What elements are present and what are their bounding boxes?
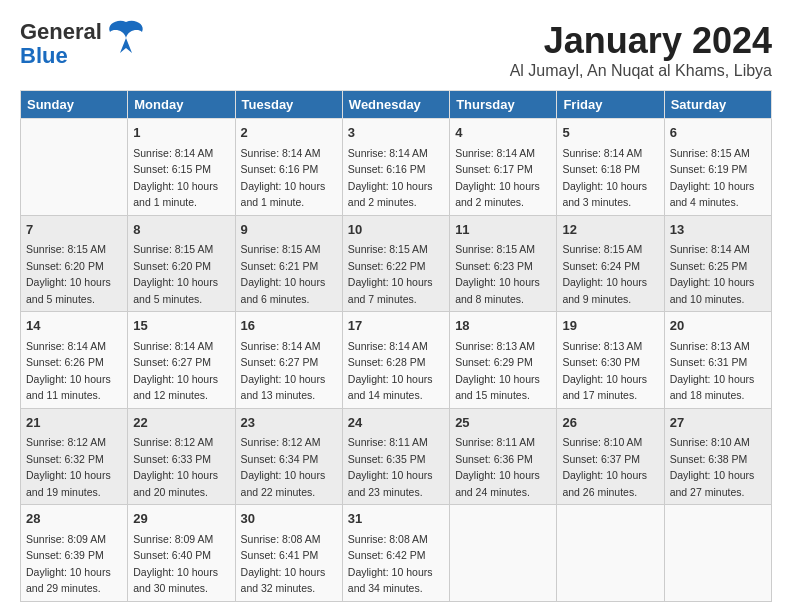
day-info: Sunrise: 8:14 AMSunset: 6:18 PMDaylight:… (562, 147, 647, 209)
title-block: January 2024 Al Jumayl, An Nuqat al Kham… (510, 20, 772, 80)
day-cell: 19Sunrise: 8:13 AMSunset: 6:30 PMDayligh… (557, 312, 664, 409)
day-info: Sunrise: 8:08 AMSunset: 6:41 PMDaylight:… (241, 533, 326, 595)
day-cell: 16Sunrise: 8:14 AMSunset: 6:27 PMDayligh… (235, 312, 342, 409)
day-info: Sunrise: 8:15 AMSunset: 6:21 PMDaylight:… (241, 243, 326, 305)
day-cell: 29Sunrise: 8:09 AMSunset: 6:40 PMDayligh… (128, 505, 235, 602)
day-cell: 25Sunrise: 8:11 AMSunset: 6:36 PMDayligh… (450, 408, 557, 505)
day-cell: 4Sunrise: 8:14 AMSunset: 6:17 PMDaylight… (450, 119, 557, 216)
day-info: Sunrise: 8:13 AMSunset: 6:29 PMDaylight:… (455, 340, 540, 402)
day-number: 3 (348, 123, 444, 143)
day-cell: 1Sunrise: 8:14 AMSunset: 6:15 PMDaylight… (128, 119, 235, 216)
day-number: 8 (133, 220, 229, 240)
week-row-3: 14Sunrise: 8:14 AMSunset: 6:26 PMDayligh… (21, 312, 772, 409)
day-info: Sunrise: 8:13 AMSunset: 6:31 PMDaylight:… (670, 340, 755, 402)
day-cell (664, 505, 771, 602)
day-info: Sunrise: 8:13 AMSunset: 6:30 PMDaylight:… (562, 340, 647, 402)
day-cell (21, 119, 128, 216)
day-cell: 9Sunrise: 8:15 AMSunset: 6:21 PMDaylight… (235, 215, 342, 312)
day-info: Sunrise: 8:14 AMSunset: 6:16 PMDaylight:… (348, 147, 433, 209)
day-number: 7 (26, 220, 122, 240)
month-title: January 2024 (510, 20, 772, 62)
day-cell: 8Sunrise: 8:15 AMSunset: 6:20 PMDaylight… (128, 215, 235, 312)
header-cell-tuesday: Tuesday (235, 91, 342, 119)
day-number: 14 (26, 316, 122, 336)
day-cell: 31Sunrise: 8:08 AMSunset: 6:42 PMDayligh… (342, 505, 449, 602)
day-number: 2 (241, 123, 337, 143)
day-info: Sunrise: 8:14 AMSunset: 6:25 PMDaylight:… (670, 243, 755, 305)
day-cell: 23Sunrise: 8:12 AMSunset: 6:34 PMDayligh… (235, 408, 342, 505)
day-number: 20 (670, 316, 766, 336)
day-cell: 10Sunrise: 8:15 AMSunset: 6:22 PMDayligh… (342, 215, 449, 312)
day-info: Sunrise: 8:15 AMSunset: 6:20 PMDaylight:… (133, 243, 218, 305)
day-info: Sunrise: 8:11 AMSunset: 6:35 PMDaylight:… (348, 436, 433, 498)
logo-bird-icon (106, 18, 146, 63)
day-number: 19 (562, 316, 658, 336)
day-cell: 28Sunrise: 8:09 AMSunset: 6:39 PMDayligh… (21, 505, 128, 602)
day-info: Sunrise: 8:14 AMSunset: 6:15 PMDaylight:… (133, 147, 218, 209)
day-info: Sunrise: 8:11 AMSunset: 6:36 PMDaylight:… (455, 436, 540, 498)
week-row-4: 21Sunrise: 8:12 AMSunset: 6:32 PMDayligh… (21, 408, 772, 505)
day-info: Sunrise: 8:10 AMSunset: 6:37 PMDaylight:… (562, 436, 647, 498)
day-cell: 22Sunrise: 8:12 AMSunset: 6:33 PMDayligh… (128, 408, 235, 505)
day-number: 21 (26, 413, 122, 433)
header-cell-monday: Monday (128, 91, 235, 119)
day-cell: 6Sunrise: 8:15 AMSunset: 6:19 PMDaylight… (664, 119, 771, 216)
week-row-5: 28Sunrise: 8:09 AMSunset: 6:39 PMDayligh… (21, 505, 772, 602)
day-info: Sunrise: 8:12 AMSunset: 6:34 PMDaylight:… (241, 436, 326, 498)
day-info: Sunrise: 8:08 AMSunset: 6:42 PMDaylight:… (348, 533, 433, 595)
day-cell (450, 505, 557, 602)
day-number: 6 (670, 123, 766, 143)
day-info: Sunrise: 8:14 AMSunset: 6:17 PMDaylight:… (455, 147, 540, 209)
header-cell-wednesday: Wednesday (342, 91, 449, 119)
day-number: 31 (348, 509, 444, 529)
day-info: Sunrise: 8:12 AMSunset: 6:33 PMDaylight:… (133, 436, 218, 498)
day-cell: 20Sunrise: 8:13 AMSunset: 6:31 PMDayligh… (664, 312, 771, 409)
day-number: 17 (348, 316, 444, 336)
logo: General Blue (20, 20, 146, 68)
day-info: Sunrise: 8:15 AMSunset: 6:20 PMDaylight:… (26, 243, 111, 305)
day-number: 13 (670, 220, 766, 240)
day-number: 28 (26, 509, 122, 529)
day-info: Sunrise: 8:12 AMSunset: 6:32 PMDaylight:… (26, 436, 111, 498)
day-info: Sunrise: 8:14 AMSunset: 6:28 PMDaylight:… (348, 340, 433, 402)
day-cell: 7Sunrise: 8:15 AMSunset: 6:20 PMDaylight… (21, 215, 128, 312)
week-row-1: 1Sunrise: 8:14 AMSunset: 6:15 PMDaylight… (21, 119, 772, 216)
day-cell: 24Sunrise: 8:11 AMSunset: 6:35 PMDayligh… (342, 408, 449, 505)
day-cell: 30Sunrise: 8:08 AMSunset: 6:41 PMDayligh… (235, 505, 342, 602)
day-info: Sunrise: 8:15 AMSunset: 6:19 PMDaylight:… (670, 147, 755, 209)
day-number: 12 (562, 220, 658, 240)
day-number: 30 (241, 509, 337, 529)
day-number: 5 (562, 123, 658, 143)
logo-blue: Blue (20, 44, 102, 68)
day-number: 25 (455, 413, 551, 433)
day-number: 27 (670, 413, 766, 433)
day-info: Sunrise: 8:14 AMSunset: 6:16 PMDaylight:… (241, 147, 326, 209)
day-number: 24 (348, 413, 444, 433)
day-number: 29 (133, 509, 229, 529)
day-cell: 2Sunrise: 8:14 AMSunset: 6:16 PMDaylight… (235, 119, 342, 216)
day-info: Sunrise: 8:14 AMSunset: 6:26 PMDaylight:… (26, 340, 111, 402)
day-number: 16 (241, 316, 337, 336)
day-info: Sunrise: 8:14 AMSunset: 6:27 PMDaylight:… (241, 340, 326, 402)
day-info: Sunrise: 8:15 AMSunset: 6:22 PMDaylight:… (348, 243, 433, 305)
day-cell (557, 505, 664, 602)
day-info: Sunrise: 8:15 AMSunset: 6:24 PMDaylight:… (562, 243, 647, 305)
week-row-2: 7Sunrise: 8:15 AMSunset: 6:20 PMDaylight… (21, 215, 772, 312)
day-cell: 15Sunrise: 8:14 AMSunset: 6:27 PMDayligh… (128, 312, 235, 409)
day-number: 18 (455, 316, 551, 336)
day-cell: 11Sunrise: 8:15 AMSunset: 6:23 PMDayligh… (450, 215, 557, 312)
day-cell: 12Sunrise: 8:15 AMSunset: 6:24 PMDayligh… (557, 215, 664, 312)
day-number: 9 (241, 220, 337, 240)
day-number: 11 (455, 220, 551, 240)
header-cell-friday: Friday (557, 91, 664, 119)
page-header: General Blue January 2024 Al Jumayl, An … (20, 20, 772, 80)
day-info: Sunrise: 8:14 AMSunset: 6:27 PMDaylight:… (133, 340, 218, 402)
day-number: 1 (133, 123, 229, 143)
day-info: Sunrise: 8:10 AMSunset: 6:38 PMDaylight:… (670, 436, 755, 498)
day-info: Sunrise: 8:09 AMSunset: 6:40 PMDaylight:… (133, 533, 218, 595)
day-cell: 27Sunrise: 8:10 AMSunset: 6:38 PMDayligh… (664, 408, 771, 505)
day-info: Sunrise: 8:15 AMSunset: 6:23 PMDaylight:… (455, 243, 540, 305)
day-number: 10 (348, 220, 444, 240)
header-cell-sunday: Sunday (21, 91, 128, 119)
day-number: 4 (455, 123, 551, 143)
